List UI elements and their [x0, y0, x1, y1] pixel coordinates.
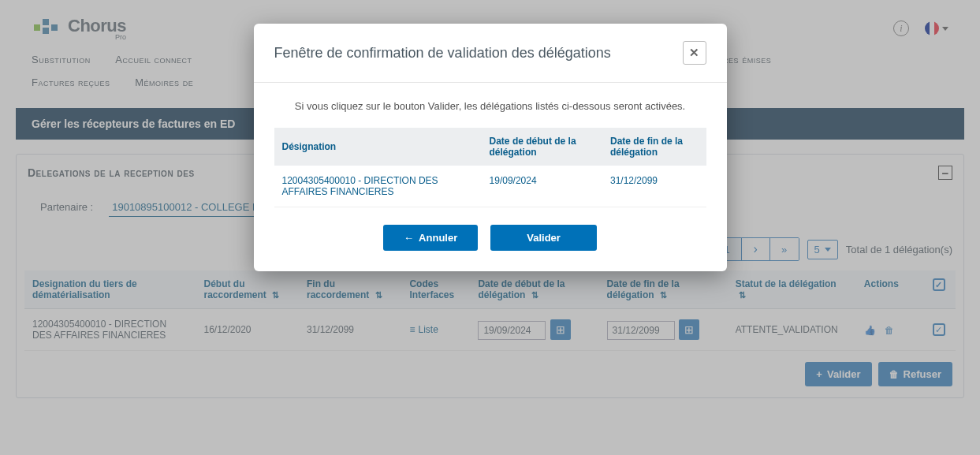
arrow-left-icon — [404, 232, 414, 244]
mcell-designation: 12004305400010 - DIRECTION DES AFFAIRES … — [274, 166, 482, 207]
modal-table: Désignation Date de début de la délégati… — [274, 128, 706, 207]
confirmation-modal: Fenêtre de confirmation de validation de… — [254, 24, 727, 271]
modal-close-button[interactable]: ✕ — [683, 41, 706, 65]
close-icon: ✕ — [689, 46, 699, 60]
mcol-start: Date de début de la délégation — [482, 128, 602, 166]
modal-validate-button[interactable]: Valider — [490, 225, 597, 251]
modal-row: 12004305400010 - DIRECTION DES AFFAIRES … — [274, 166, 706, 207]
mcell-end: 31/12/2099 — [602, 166, 706, 207]
mcell-start: 19/09/2024 — [482, 166, 602, 207]
modal-title: Fenêtre de confirmation de validation de… — [274, 45, 611, 62]
mcol-end: Date de fin de la délégation — [602, 128, 706, 166]
mcol-designation: Désignation — [274, 128, 482, 166]
modal-message: Si vous cliquez sur le bouton Valider, l… — [274, 100, 706, 112]
modal-cancel-button[interactable]: Annuler — [383, 225, 478, 251]
